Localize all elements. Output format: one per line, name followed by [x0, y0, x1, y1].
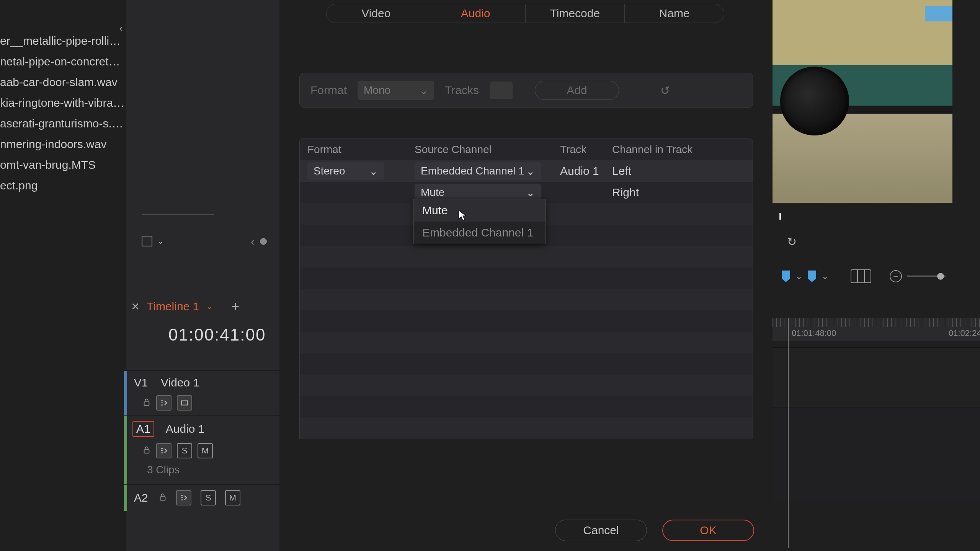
table-row-empty: [300, 332, 753, 353]
reset-icon[interactable]: ↺: [660, 84, 670, 97]
track-id[interactable]: A2: [132, 491, 149, 504]
add-timeline-button[interactable]: +: [231, 298, 239, 315]
mute-button[interactable]: M: [198, 443, 213, 458]
playhead-line[interactable]: [788, 318, 789, 548]
chevron-down-icon: ⌄: [526, 165, 535, 178]
timeline-header: ✕ Timeline 1 ⌄ +: [126, 295, 279, 318]
ruler-ticks: [773, 318, 980, 327]
slider-knob[interactable]: [937, 273, 944, 280]
clip-attributes-dialog: Video Audio Timecode Name Format Mono ⌄ …: [295, 0, 773, 551]
format-select[interactable]: Mono ⌄: [358, 81, 434, 100]
nav-row: ‹: [251, 235, 267, 248]
table-row-empty: [300, 246, 753, 267]
auto-select-icon[interactable]: [156, 395, 172, 411]
file-item[interactable]: kia-ringtone-with-vibratio…: [0, 93, 126, 113]
tab-audio[interactable]: Audio: [426, 4, 526, 23]
svg-rect-0: [144, 402, 149, 405]
dialog-tabs: Video Audio Timecode Name: [326, 4, 724, 23]
col-cit: Channel in Track: [612, 143, 745, 156]
marker-icon[interactable]: [782, 271, 790, 282]
tab-timecode[interactable]: Timecode: [526, 4, 625, 23]
timeline-ruler[interactable]: 01:01:48:00 01:02:24: [773, 318, 980, 341]
tab-name[interactable]: Name: [625, 4, 724, 23]
playhead-marker[interactable]: [779, 213, 781, 220]
chevron-left-icon[interactable]: ‹: [251, 235, 255, 248]
timeline-lane-audio[interactable]: [773, 408, 980, 501]
cancel-button[interactable]: Cancel: [555, 520, 647, 541]
source-channel-select[interactable]: Embedded Channel 1 ⌄: [415, 162, 541, 180]
table-row-empty: [300, 396, 753, 417]
tracks-input[interactable]: [490, 82, 513, 99]
file-item[interactable]: aserati-granturismo-s.wav: [0, 113, 126, 134]
zoom-slider[interactable]: [907, 276, 946, 277]
chevron-down-icon[interactable]: ⌄: [795, 271, 802, 281]
track-enable-strip[interactable]: [124, 416, 127, 484]
track-name[interactable]: Audio 1: [166, 422, 205, 435]
viewer-accent: [925, 6, 952, 21]
file-item[interactable]: ect.png: [0, 175, 126, 196]
timeline-title[interactable]: Timeline 1: [147, 300, 199, 313]
track-a2[interactable]: A2 S M: [124, 484, 279, 511]
table-row[interactable]: Stereo ⌄ Embedded Channel 1 ⌄ Audio 1 Le…: [300, 160, 753, 182]
dropdown-option-embedded1[interactable]: Embedded Channel 1: [414, 222, 546, 244]
chevron-left-icon[interactable]: ‹: [119, 23, 122, 34]
solo-button[interactable]: S: [177, 443, 192, 458]
ruler-time: 01:01:48:00: [792, 328, 836, 338]
chevron-down-icon[interactable]: ⌄: [206, 302, 213, 311]
track-v1[interactable]: V1 Video 1: [124, 370, 279, 415]
mute-button[interactable]: M: [225, 490, 240, 505]
auto-select-icon[interactable]: [156, 443, 172, 458]
viewer-preview[interactable]: [773, 0, 952, 203]
viewer-panel: ↻ ⌄ ⌄ − 01:01:48:00 01:02:24: [773, 0, 980, 551]
table-row-empty: [300, 310, 753, 332]
table-header: Format Source Channel Track Channel in T…: [300, 139, 753, 160]
lock-icon[interactable]: [158, 493, 167, 503]
select-value: Mute: [421, 186, 444, 199]
format-bar: Format Mono ⌄ Tracks Add ↺: [299, 73, 753, 108]
chevron-down-icon[interactable]: ⌄: [157, 236, 164, 246]
track-a1[interactable]: A1 Audio 1 S M 3 Clips: [124, 415, 279, 484]
col-format: Format: [307, 143, 415, 156]
track-name[interactable]: Video 1: [161, 376, 199, 389]
page-dot[interactable]: [260, 238, 267, 245]
timeline-lane-video[interactable]: [773, 347, 980, 408]
crop-tool-icon[interactable]: [142, 236, 152, 246]
track-enable-strip[interactable]: [124, 371, 127, 415]
table-row-empty: [300, 267, 753, 289]
media-pool-panel: ‹ er__metallic-pipe-rolling-o… netal-pip…: [0, 0, 126, 551]
track-enable-strip[interactable]: [124, 485, 127, 511]
layout-button[interactable]: [851, 269, 871, 283]
clips-count: 3 Clips: [132, 460, 274, 481]
select-value: Stereo: [314, 165, 345, 177]
lock-icon[interactable]: [142, 398, 151, 408]
dropdown-option-mute[interactable]: Mute: [414, 199, 546, 222]
format-select[interactable]: Stereo ⌄: [307, 162, 384, 180]
tab-video[interactable]: Video: [327, 4, 426, 23]
file-item[interactable]: nmering-indoors.wav: [0, 134, 126, 155]
file-item[interactable]: netal-pipe-on-concrete.wav: [0, 51, 126, 72]
timecode-display[interactable]: 01:00:41:00: [168, 325, 266, 344]
track-id-dest[interactable]: A1: [132, 421, 154, 437]
track-id[interactable]: V1: [132, 376, 149, 389]
file-item[interactable]: er__metallic-pipe-rolling-o…: [0, 31, 126, 51]
zoom-out-icon[interactable]: −: [890, 270, 902, 282]
file-item[interactable]: omt-van-brug.MTS: [0, 155, 126, 175]
format-label: Format: [310, 84, 347, 97]
chevron-down-icon: ⌄: [369, 165, 378, 178]
add-button[interactable]: Add: [535, 81, 619, 100]
close-icon[interactable]: ✕: [131, 300, 140, 313]
loop-icon[interactable]: ↻: [787, 235, 797, 248]
thumbnail-icon[interactable]: [177, 395, 192, 411]
marker-toolbar: ⌄ ⌄ −: [782, 269, 946, 283]
auto-select-icon[interactable]: [176, 490, 191, 505]
file-item[interactable]: aab-car-door-slam.wav: [0, 72, 126, 93]
chevron-down-icon[interactable]: ⌄: [822, 271, 828, 281]
track-headers: V1 Video 1 A1 Audio 1: [124, 370, 279, 511]
divider: [142, 214, 214, 215]
flag-icon[interactable]: [808, 271, 816, 282]
solo-button[interactable]: S: [201, 490, 216, 505]
lock-icon[interactable]: [142, 446, 151, 456]
ok-button[interactable]: OK: [662, 520, 754, 541]
select-value: Embedded Channel 1: [421, 165, 524, 177]
svg-rect-1: [181, 401, 188, 405]
